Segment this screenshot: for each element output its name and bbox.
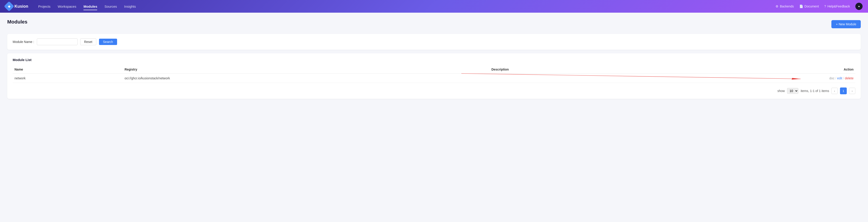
document-icon: 📄 (799, 4, 803, 8)
page-1-button[interactable]: 1 (840, 88, 847, 94)
table-wrapper: Name Registry Description Action network… (13, 65, 855, 83)
doc-link[interactable]: doc (829, 76, 835, 80)
backends-icon: ⚙ (776, 4, 778, 8)
header: ◆ Kusion Projects Workspaces Modules Sou… (0, 0, 868, 13)
logo[interactable]: ◆ Kusion (5, 3, 28, 10)
cell-action: doc / edit / delete (647, 74, 855, 83)
header-right: ⚙ Backends 📄 Document ? Help&Feedback ● (776, 3, 863, 10)
search-card: Module Name : Reset Search (7, 34, 861, 50)
module-name-label: Module Name : (13, 40, 34, 44)
backends-label: Backends (780, 4, 794, 8)
delete-link[interactable]: delete (845, 76, 854, 80)
module-table: Name Registry Description Action network… (13, 65, 855, 83)
nav-item-workspaces[interactable]: Workspaces (55, 3, 79, 10)
col-description: Description (490, 65, 647, 74)
table-header: Name Registry Description Action (13, 65, 855, 74)
prev-page-button[interactable]: ‹ (831, 88, 838, 94)
nav-item-insights[interactable]: Insights (121, 3, 138, 10)
module-list-title: Module List (13, 58, 855, 62)
cell-registry: oci://ghcr.io/kusionstack/network (123, 74, 490, 83)
pagination-row: show 10 20 50 items, 1-1 of 1 items ‹ 1 … (13, 88, 855, 94)
help-button[interactable]: ? Help&Feedback (825, 4, 850, 8)
next-page-button[interactable]: › (849, 88, 855, 94)
table-card: Module List Name Registry Description Ac… (7, 53, 861, 99)
header-left: ◆ Kusion Projects Workspaces Modules Sou… (5, 3, 138, 10)
cell-description (490, 74, 647, 83)
page-header-row: Modules + New Module (7, 19, 861, 29)
page-size-select[interactable]: 10 20 50 (787, 88, 798, 94)
cell-name: network (13, 74, 123, 83)
pagination-info: items, 1-1 of 1 items (801, 89, 829, 93)
backends-button[interactable]: ⚙ Backends (776, 4, 794, 8)
main-nav: Projects Workspaces Modules Sources Insi… (35, 3, 138, 10)
new-module-button[interactable]: + New Module (831, 20, 861, 28)
logo-icon: ◆ (4, 1, 14, 11)
page-title: Modules (7, 19, 27, 25)
document-label: Document (804, 4, 819, 8)
edit-link[interactable]: edit (837, 76, 842, 80)
show-label: show (777, 89, 785, 93)
search-row: Module Name : Reset Search (13, 38, 855, 45)
module-name-input[interactable] (37, 38, 78, 45)
nav-item-modules[interactable]: Modules (81, 3, 100, 10)
col-action: Action (647, 65, 855, 74)
table-body: network oci://ghcr.io/kusionstack/networ… (13, 74, 855, 83)
logo-text: Kusion (14, 4, 28, 9)
nav-item-sources[interactable]: Sources (102, 3, 120, 10)
col-registry: Registry (123, 65, 490, 74)
search-button[interactable]: Search (99, 39, 117, 45)
reset-button[interactable]: Reset (80, 38, 96, 45)
nav-item-projects[interactable]: Projects (35, 3, 53, 10)
action-cell: doc / edit / delete (649, 76, 854, 80)
chevron-left-icon: ‹ (834, 89, 835, 93)
main-content: Modules + New Module Module Name : Reset… (0, 13, 868, 105)
col-name: Name (13, 65, 123, 74)
document-button[interactable]: 📄 Document (799, 4, 819, 8)
help-label: Help&Feedback (827, 4, 850, 8)
help-icon: ? (825, 4, 826, 8)
avatar[interactable]: ● (855, 3, 863, 10)
avatar-icon: ● (858, 5, 860, 8)
chevron-right-icon: › (852, 89, 852, 93)
table-row: network oci://ghcr.io/kusionstack/networ… (13, 74, 855, 83)
